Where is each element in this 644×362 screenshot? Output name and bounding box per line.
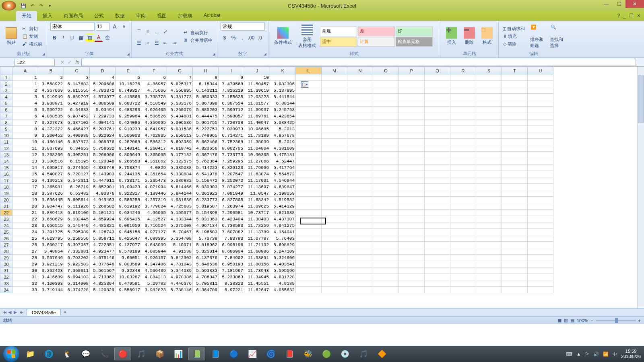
cell[interactable] [373,255,399,261]
cell[interactable] [347,107,373,113]
cell[interactable] [373,190,399,197]
cell[interactable] [450,222,476,229]
dialog-launcher-icon[interactable]: ◢ [41,52,46,57]
merge-center-button[interactable]: ⊞合并后居中 [182,37,214,44]
cell[interactable]: 11.27866 [244,158,270,165]
cell[interactable] [322,242,347,248]
row-header-24[interactable]: 24 [0,222,12,229]
cell[interactable]: 27 [12,248,38,255]
cell[interactable]: 11.40947 [244,119,270,126]
cell[interactable] [476,171,502,177]
cell[interactable]: 9.66051 [116,255,141,261]
indent-inc-button[interactable]: ⇥ [170,39,178,47]
cell[interactable]: 9.091959 [116,222,141,229]
cell[interactable]: 4.52447 [270,158,296,165]
cell[interactable]: 4.886509 [90,100,116,107]
cell[interactable]: 6.730583 [219,222,244,229]
cell[interactable] [296,235,322,242]
cell[interactable]: 5.475181 [270,152,296,158]
cell[interactable] [399,145,425,152]
cell[interactable]: 4.689395 [141,235,167,242]
cell[interactable]: 33 [12,287,38,293]
cell[interactable]: 4.722851 [90,242,116,248]
cell[interactable]: 6.829123 [219,165,244,171]
cell[interactable] [347,242,373,248]
cell[interactable] [373,113,399,119]
cell[interactable]: 3 [64,74,90,81]
cell[interactable] [450,74,476,81]
cell[interactable]: 6.427919 [64,100,90,107]
cell[interactable] [476,190,502,197]
cell[interactable] [425,229,450,235]
cell[interactable] [296,126,322,132]
cell[interactable] [347,171,373,177]
cell[interactable] [296,287,322,293]
cell[interactable]: 4.437307 [270,216,296,222]
col-header-L[interactable]: L [296,67,322,74]
new-sheet-icon[interactable]: ✦ [61,310,69,315]
cell[interactable]: 9.586258 [116,197,141,203]
cell[interactable] [528,171,553,177]
cell[interactable]: 3.600217 [38,242,64,248]
cell[interactable] [373,216,399,222]
cell[interactable] [502,132,528,139]
cell[interactable]: 7.360611 [64,267,90,274]
cell[interactable]: 5 [116,74,141,81]
format-cell-button[interactable]: ⬚格式 [479,27,495,46]
cell[interactable]: 5.196583 [193,229,219,235]
cell[interactable]: 5.70467 [167,229,193,235]
cell[interactable] [347,165,373,171]
cell[interactable]: 11.39619 [244,87,270,94]
cell[interactable]: 4 [12,100,38,107]
cell[interactable] [347,132,373,139]
cell[interactable]: 3.227673 [38,119,64,126]
cell[interactable]: 4.423654 [270,113,296,119]
cell[interactable]: 5.247109 [270,248,296,255]
cell[interactable]: 17 [12,184,38,190]
cell[interactable] [502,87,528,94]
cell[interactable]: 5.922924 [90,132,116,139]
cell[interactable]: 3.982306 [270,81,296,87]
cell[interactable]: 31 [12,274,38,280]
cell[interactable]: 6 [141,74,167,81]
cell[interactable]: 6.793202 [64,255,90,261]
cell[interactable]: 10 [12,139,38,145]
cell[interactable]: 6.466427 [64,126,90,132]
cell[interactable] [425,132,450,139]
cell[interactable]: 5.260079 [167,107,193,113]
cell[interactable] [322,248,347,255]
style-cell-4[interactable]: 计算 [358,37,395,47]
cell[interactable] [476,280,502,287]
cell[interactable] [347,100,373,107]
cell[interactable] [399,242,425,248]
row-header-16[interactable]: 16 [0,171,12,177]
cell[interactable]: 5.561567 [90,267,116,274]
cell[interactable] [528,132,553,139]
cell[interactable]: 4.941275 [270,222,296,229]
cell[interactable]: 7.290581 [219,210,244,216]
cell[interactable] [322,171,347,177]
cell[interactable]: 4.821538 [270,210,296,216]
cell[interactable] [322,235,347,242]
smart-tag-icon[interactable]: 📋▾ [301,81,308,88]
col-header-H[interactable]: H [193,67,219,74]
taskbar-app-17[interactable]: 💿 [336,348,353,360]
cell[interactable] [347,87,373,94]
cell[interactable] [399,280,425,287]
cell[interactable]: 10.90305 [244,152,270,158]
last-sheet-icon[interactable]: ⏭ [19,310,24,315]
cell[interactable] [399,210,425,216]
row-header-5[interactable]: 5 [0,100,12,107]
style-cell-1[interactable]: 差 [358,27,395,36]
cell[interactable] [322,87,347,94]
cell[interactable]: 9.140141 [116,145,141,152]
zoom-level[interactable]: 100% [577,318,588,323]
cell[interactable] [450,210,476,216]
col-header-A[interactable]: A [12,67,38,74]
cell[interactable]: 5.088425 [270,119,296,126]
cell[interactable] [425,197,450,203]
cell[interactable] [476,107,502,113]
cell[interactable]: 6.987452 [64,113,90,119]
cell[interactable]: 3.380516 [38,158,64,165]
office-button[interactable]: ⊞ [2,1,16,10]
